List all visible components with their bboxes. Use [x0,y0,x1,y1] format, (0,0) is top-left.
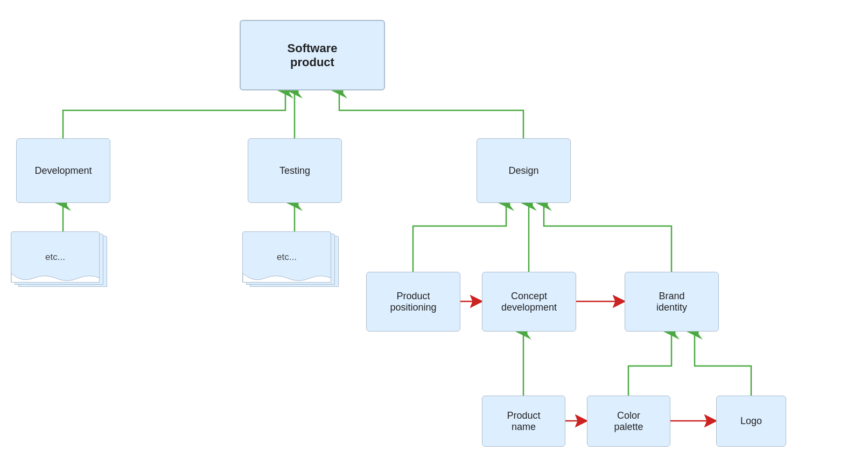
dev-to-root-line [63,90,285,138]
logo-to-bi-line [695,332,751,396]
node-product-positioning[interactable]: Product positioning [366,272,460,332]
node-concept-development[interactable]: Concept development [482,272,576,332]
etc-test-label: etc... [277,252,297,263]
node-brand-identity[interactable]: Brand identity [625,272,719,332]
node-design[interactable]: Design [477,138,571,203]
node-color-palette[interactable]: Color palette [587,396,670,447]
node-development[interactable]: Development [16,138,110,203]
bi-to-design-line [544,203,671,272]
node-software-product[interactable]: Software product [240,20,385,90]
pp-to-design-line [413,203,506,272]
node-testing[interactable]: Testing [248,138,342,203]
cp-to-bi-line [628,332,671,396]
etc-dev-label: etc... [45,252,65,263]
diagram-container: Software product Development Testing Des… [0,0,868,465]
node-product-name[interactable]: Product name [482,396,565,447]
node-logo[interactable]: Logo [716,396,786,447]
design-to-root-line [339,90,523,138]
